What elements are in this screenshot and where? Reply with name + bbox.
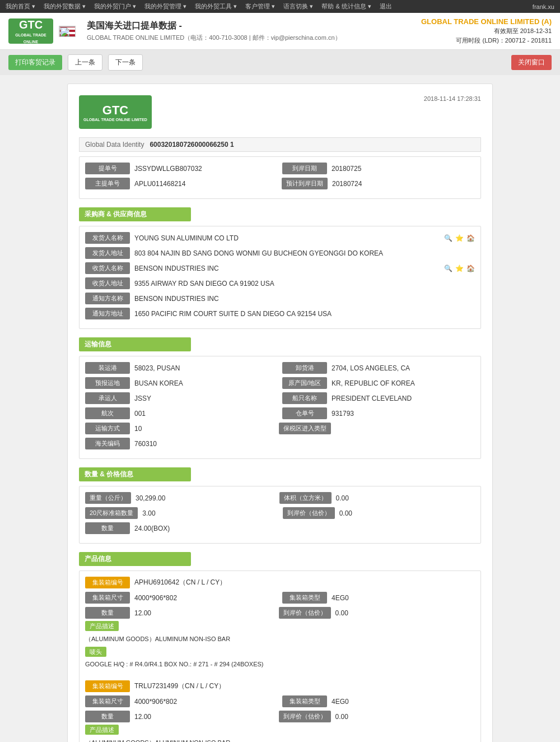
nav-management[interactable]: 我的外贸管理 ▾ <box>144 2 186 11</box>
container2-price-label: 到岸价（估价） <box>279 711 331 722</box>
nav-language[interactable]: 语言切换 ▾ <box>283 2 313 11</box>
nav-home[interactable]: 我的首页 ▾ <box>6 2 35 11</box>
container2-type-value: 4EG0 <box>332 698 475 706</box>
nav-portal[interactable]: 我的外贸门户 ▾ <box>94 2 136 11</box>
transport-bonded-row: 运输方式 10 保税区进入类型 <box>85 423 475 434</box>
container2-no-label: 集装箱编号 <box>85 680 130 692</box>
nav-logout[interactable]: 退出 <box>380 2 392 11</box>
prev-button-top[interactable]: 上一条 <box>68 54 102 71</box>
logo-text: GTC GLOBAL TRADE ONLINE <box>8 18 53 45</box>
master-bill-value: APLU011468214 <box>134 180 277 188</box>
supplier-fields: 发货人名称 YOUNG SUN ALUMINUM CO LTD 🔍 ⭐ 🏠 发货… <box>79 226 481 329</box>
warehouse-value: 931793 <box>332 410 475 418</box>
document-header: GTC GLOBAL TRADE ONLINE LIMITED 2018-11-… <box>79 95 481 129</box>
action-bar-top: 打印客贸记录 上一条 下一条 关闭窗口 <box>0 50 560 75</box>
next-button-top[interactable]: 下一条 <box>108 54 143 71</box>
shipper-name-label: 发货人名称 <box>85 232 130 244</box>
container2-qty-label: 数量 <box>85 711 130 722</box>
product-fields: 集装箱编号 APHU6910642（CN / L / CY） 集装箱尺寸 400… <box>79 571 481 742</box>
company-subtitle: GLOBAL TRADE ONLINE LIMITED（电话：400-710-3… <box>87 34 421 42</box>
logo: GTC GLOBAL TRADE ONLINE <box>8 18 53 44</box>
nav-tools[interactable]: 我的外贸工具 ▾ <box>195 2 237 11</box>
shipper-name-row: 发货人名称 YOUNG SUN ALUMINUM CO LTD 🔍 ⭐ 🏠 <box>85 232 475 244</box>
consignee-search-icon[interactable]: 🔍 <box>444 265 452 272</box>
product-section: 产品信息 集装箱编号 APHU6910642（CN / L / CY） 集装箱尺… <box>79 552 481 742</box>
shipper-action-icons: 🔍 ⭐ 🏠 <box>444 234 475 242</box>
header-right: GLOBAL TRADE ONLINE LIMITED (A) 有效期至 201… <box>421 17 552 45</box>
notify-name-label: 通知方名称 <box>85 293 130 304</box>
container1-size-label: 集装箱尺寸 <box>85 592 130 604</box>
transport-section-title: 运输信息 <box>79 337 191 351</box>
warehouse-label: 仓单号 <box>282 407 327 419</box>
arrival-date-label: 到岸日期 <box>282 163 327 174</box>
container1-marks-label: 唛头 <box>85 647 106 657</box>
notify-addr-row: 通知方地址 1650 PACIFIC RIM COURT SUITE D SAN… <box>85 308 475 319</box>
consignee-addr-value: 9355 AIRWAY RD SAN DIEGO CA 91902 USA <box>134 280 475 287</box>
container2-qty-price-row: 数量 12.00 到岸价（估价） 0.00 <box>85 711 475 722</box>
vessel-label: 船只名称 <box>282 392 327 404</box>
shipper-home-icon[interactable]: 🏠 <box>466 234 475 242</box>
carriage-origin-row: 预报运地 BUSAN KOREA 原产国/地区 KR, REPUBLIC OF … <box>85 377 475 389</box>
master-bill-label: 主提单号 <box>85 178 130 189</box>
supplier-section: 采购商 & 供应商信息 发货人名称 YOUNG SUN ALUMINUM CO … <box>79 207 481 329</box>
consignee-star-icon[interactable]: ⭐ <box>455 265 464 272</box>
transport-label: 运输方式 <box>85 423 130 434</box>
hs-code-value: 760310 <box>134 440 475 448</box>
eta-label: 预计到岸日期 <box>282 178 328 189</box>
consignee-action-icons: 🔍 ⭐ 🏠 <box>444 265 475 272</box>
bill-no-value: JSSYDWLLGB807032 <box>134 165 278 173</box>
ports-row: 装运港 58023, PUSAN 卸货港 2704, LOS ANGELES, … <box>85 362 475 374</box>
consignee-home-icon[interactable]: 🏠 <box>466 265 475 272</box>
bill-no-row: 提单号 JSSYDWLLGB807032 到岸日期 20180725 <box>85 163 475 174</box>
container1-desc-label: 产品描述 <box>85 621 119 631</box>
eta-value: 20180724 <box>332 180 475 188</box>
container2-size-value: 4000*906*802 <box>134 698 278 706</box>
container2-type-label: 集装箱类型 <box>282 695 327 707</box>
carrier-value: JSSY <box>134 395 278 402</box>
container-1: 集装箱编号 APHU6910642（CN / L / CY） 集装箱尺寸 400… <box>85 577 475 670</box>
shipper-name-value: YOUNG SUN ALUMINUM CO LTD <box>134 234 437 242</box>
product-section-title: 产品信息 <box>79 552 191 566</box>
transport-value: 10 <box>134 425 274 433</box>
shipper-star-icon[interactable]: ⭐ <box>455 234 464 242</box>
container2-desc-label: 产品描述 <box>85 725 119 735</box>
container1-size-value: 4000*906*802 <box>134 594 278 602</box>
quantity-fields: 重量（公斤） 30,299.00 体积（立方米） 0.00 20尺标准箱数量 3… <box>79 486 481 544</box>
container2-size-type-row: 集装箱尺寸 4000*906*802 集装箱类型 4EG0 <box>85 695 475 707</box>
container1-desc-value: （ALUMINUM GOODS）ALUMINUM NON-ISO BAR <box>85 633 475 646</box>
container20-value: 3.00 <box>142 509 278 517</box>
container2-size-label: 集装箱尺寸 <box>85 695 130 707</box>
container2-price-value: 0.00 <box>335 713 475 721</box>
carrier-vessel-row: 承运人 JSSY 船只名称 PRESIDENT CLEVELAND <box>85 392 475 404</box>
close-button-top[interactable]: 关闭窗口 <box>511 55 552 70</box>
document-date: 2018-11-14 17:28:31 <box>424 95 481 102</box>
shipper-search-icon[interactable]: 🔍 <box>444 234 452 242</box>
container2-no-value: TRLU7231499（CN / L / CY） <box>134 681 475 691</box>
container2-desc-value: （ALUMINUM GOODS）ALUMINUM NON-ISO BAR <box>85 736 475 742</box>
company-name: GLOBAL TRADE ONLINE LIMITED (A) <box>421 17 552 26</box>
consignee-name-row: 收货人名称 BENSON INDUSTRIES INC 🔍 ⭐ 🏠 <box>85 262 475 274</box>
shipper-addr-row: 发货人地址 803 804 NAJIN BD SANG DONG WONMI G… <box>85 247 475 259</box>
container2-qty-value: 12.00 <box>134 713 274 721</box>
nav-help[interactable]: 帮助 & 统计信息 ▾ <box>321 2 371 11</box>
print-button-top[interactable]: 打印客贸记录 <box>8 55 62 70</box>
shipper-addr-label: 发货人地址 <box>85 247 130 259</box>
consignee-addr-label: 收货人地址 <box>85 277 130 289</box>
notify-addr-label: 通知方地址 <box>85 308 130 319</box>
nav-clients[interactable]: 客户管理 ▾ <box>245 2 275 11</box>
username: frank.xu <box>533 3 554 10</box>
top-navigation: 我的首页 ▾ 我的外贸数据 ▾ 我的外贸门户 ▾ 我的外贸管理 ▾ 我的外贸工具… <box>0 0 560 13</box>
page-title: 美国海关进口提单数据 - <box>87 20 421 32</box>
container2-desc-header: 产品描述 <box>85 726 475 734</box>
time-range: 可用时段 (LDR)：200712 - 201811 <box>421 36 552 45</box>
container-2: 集装箱编号 TRLU7231499（CN / L / CY） 集装箱尺寸 400… <box>85 680 475 742</box>
bill-fields-section: 提单号 JSSYDWLLGB807032 到岸日期 20180725 主提单号 … <box>79 156 481 199</box>
validity: 有效期至 2018-12-31 <box>421 27 552 35</box>
loading-port-label: 装运港 <box>85 362 130 374</box>
arrival-price-label: 到岸价（估价） <box>283 507 335 519</box>
container1-marks-value: GOOGLE H/Q : # R4.0/R4.1 BOX NO.: # 271 … <box>85 658 475 670</box>
consignee-name-value: BENSON INDUSTRIES INC <box>134 265 437 272</box>
volume-label: 体积（立方米） <box>279 492 332 504</box>
weight-value: 30,299.00 <box>136 494 275 502</box>
nav-trade-data[interactable]: 我的外贸数据 ▾ <box>44 2 86 11</box>
